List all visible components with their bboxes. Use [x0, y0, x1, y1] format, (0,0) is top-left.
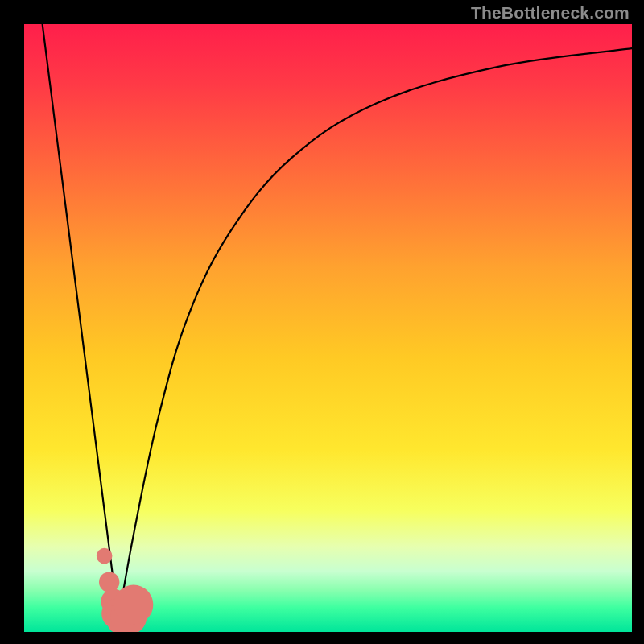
data-marker — [114, 585, 153, 625]
curve-left-branch — [43, 24, 118, 620]
curve-right-branch — [118, 48, 632, 620]
plot-area — [24, 24, 632, 632]
data-marker — [97, 548, 113, 564]
chart-frame: TheBottleneck.com — [0, 0, 644, 644]
data-markers — [97, 548, 153, 632]
data-marker — [99, 572, 119, 592]
curve-layer — [24, 24, 632, 632]
watermark-text: TheBottleneck.com — [471, 3, 630, 23]
